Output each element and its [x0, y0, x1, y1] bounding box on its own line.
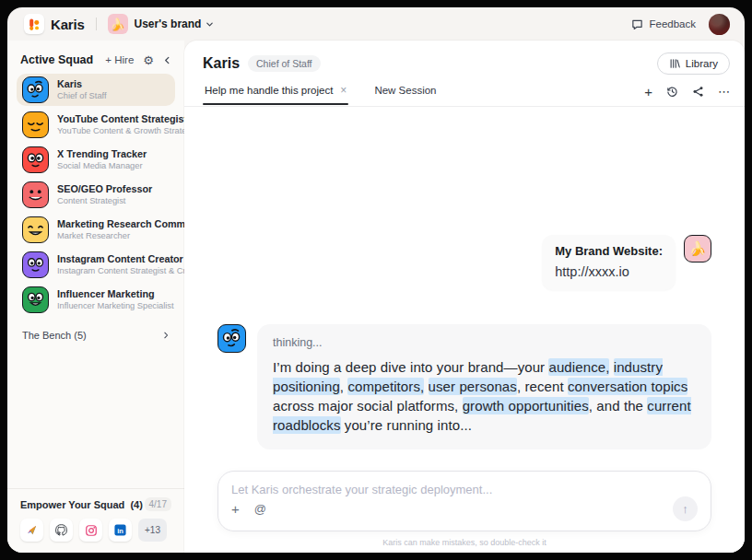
squad-item-role: Instagram Content Strategist & Creator — [57, 265, 170, 276]
github-icon[interactable] — [50, 519, 73, 542]
squad-list: Karis Chief of Staff YouTube Content Str… — [7, 74, 184, 319]
user-brand-avatar-icon: 🍌 — [684, 235, 711, 262]
brand-emoji-icon: 🍌 — [108, 14, 128, 34]
chevron-down-icon[interactable] — [206, 20, 214, 29]
assistant-message-bubble: thinking... I’m doing a deep dive into y… — [257, 324, 711, 449]
sidebar-title: Active Squad — [20, 53, 105, 66]
linkedin-icon[interactable]: in — [109, 519, 132, 542]
progress-counter: 4/17 — [145, 497, 171, 511]
instagram-creator-avatar-icon — [22, 251, 49, 278]
library-icon — [669, 58, 680, 69]
history-icon[interactable] — [666, 86, 678, 98]
squad-item-youtube-strategist[interactable]: YouTube Content Strategist YouTube Conte… — [17, 109, 175, 141]
send-button[interactable]: ↑ — [673, 496, 698, 521]
more-integrations-badge[interactable]: +13 — [138, 519, 167, 542]
youtube-strategist-avatar-icon — [22, 111, 49, 138]
squad-item-name: Influencer Marketing — [57, 288, 170, 300]
attach-icon[interactable]: + — [231, 502, 240, 516]
influencer-marketing-avatar-icon — [22, 286, 49, 313]
sidebar-footer: Empower Your Squad (4) 4/17 in — [7, 488, 184, 553]
tab-label: New Session — [374, 85, 436, 96]
squad-item-name: Karis — [57, 78, 107, 90]
squad-item-seo-professor[interactable]: SEO/GEO Professor Content Strategist — [17, 179, 175, 211]
research-commissioner-avatar-icon — [22, 216, 49, 243]
feedback-button[interactable]: Feedback — [631, 18, 696, 30]
squad-item-karis[interactable]: Karis Chief of Staff — [17, 74, 175, 106]
arrow-up-icon: ↑ — [682, 502, 688, 516]
sidebar: Active Squad + Hire ⚙ Karis Chief of Sta… — [7, 41, 184, 553]
instagram-icon[interactable] — [79, 519, 102, 542]
main-panel: Karis Chief of Staff Library Help me han… — [184, 41, 745, 553]
library-label: Library — [686, 58, 718, 69]
brand-logo-icon[interactable] — [20, 519, 43, 542]
tab-help-me-handle-this-project[interactable]: Help me handle this project × — [203, 84, 348, 104]
squad-item-role: Influencer Marketing Specialist — [57, 300, 170, 311]
user-message-bubble: My Brand Website: http://xxxx.io — [542, 235, 676, 290]
karis-message-avatar-icon — [217, 324, 246, 353]
app-title: Karis — [51, 17, 85, 32]
sidebar-header: Active Squad + Hire ⚙ — [7, 50, 184, 74]
user-profile-avatar[interactable] — [709, 14, 730, 35]
share-icon[interactable] — [692, 86, 704, 98]
squad-item-role: YouTube Content & Growth Strategist — [57, 125, 170, 136]
squad-item-role: Chief of Staff — [57, 90, 107, 101]
user-message-title: My Brand Website: — [555, 244, 663, 258]
squad-item-role: Social Media Manager — [57, 160, 147, 171]
squad-item-x-tracker[interactable]: X Trending Tracker Social Media Manager — [17, 144, 175, 176]
squad-item-name: SEO/GEO Professor — [57, 183, 152, 195]
squad-item-influencer-marketing[interactable]: Influencer Marketing Influencer Marketin… — [17, 284, 175, 316]
assistant-message-text: I’m doing a deep dive into your brand—yo… — [273, 357, 696, 435]
tab-label: Help me handle this project — [205, 85, 333, 96]
svg-text:in: in — [117, 527, 123, 535]
integration-icons-row: in +13 — [20, 519, 171, 542]
speech-bubble-icon — [631, 18, 643, 30]
squad-item-name: X Trending Tracker — [57, 148, 147, 160]
thinking-status: thinking... — [273, 336, 696, 349]
squad-item-role: Market Researcher — [57, 230, 170, 241]
empower-count: (4) — [130, 499, 142, 510]
bench-toggle[interactable]: The Bench (5) — [7, 319, 184, 352]
top-bar: Karis 🍌 User's brand Feedback — [7, 7, 745, 41]
main-header: Karis Chief of Staff Library — [184, 41, 745, 82]
hire-button[interactable]: + Hire — [105, 54, 134, 65]
feedback-label: Feedback — [649, 18, 696, 29]
agent-title: Karis — [203, 55, 240, 72]
composer-area: + @ ↑ Karis can make mistakes, so double… — [184, 471, 745, 553]
chat-area: My Brand Website: http://xxxx.io 🍌 think… — [184, 107, 745, 471]
user-message-url: http://xxxx.io — [555, 264, 663, 279]
squad-item-name: YouTube Content Strategist — [57, 113, 170, 125]
karis-logo-icon — [24, 14, 44, 34]
seo-professor-avatar-icon — [22, 181, 49, 208]
bench-label: The Bench (5) — [22, 330, 87, 341]
squad-item-name: Instagram Content Creator — [57, 253, 170, 265]
squad-item-name: Marketing Research Commissioner — [57, 218, 170, 230]
close-tab-icon[interactable]: × — [340, 84, 347, 97]
agent-role-badge: Chief of Staff — [248, 55, 321, 72]
squad-item-research-commissioner[interactable]: Marketing Research Commissioner Market R… — [17, 214, 175, 246]
x-tracker-avatar-icon — [22, 146, 49, 173]
app-window: Karis 🍌 User's brand Feedback Active Squ… — [7, 7, 745, 553]
session-tabbar: Help me handle this project × New Sessio… — [184, 82, 745, 107]
mention-icon[interactable]: @ — [254, 503, 266, 515]
empower-title: Empower Your Squad — [20, 499, 124, 510]
assistant-message: thinking... I’m doing a deep dive into y… — [217, 324, 711, 449]
collapse-sidebar-icon[interactable] — [163, 55, 171, 65]
library-button[interactable]: Library — [657, 52, 730, 75]
karis-avatar-icon — [22, 76, 49, 103]
more-options-icon[interactable]: ⋯ — [718, 86, 730, 98]
divider — [96, 18, 97, 30]
tab-actions: + ⋯ — [644, 85, 730, 104]
gear-icon[interactable]: ⚙ — [143, 54, 154, 66]
squad-item-instagram-creator[interactable]: Instagram Content Creator Instagram Cont… — [17, 249, 175, 281]
squad-item-role: Content Strategist — [57, 195, 152, 206]
spacer — [7, 352, 184, 488]
composer[interactable]: + @ ↑ — [217, 471, 711, 531]
chevron-right-icon — [162, 331, 170, 340]
user-message: My Brand Website: http://xxxx.io 🍌 — [542, 235, 711, 290]
new-tab-icon[interactable]: + — [644, 85, 652, 99]
message-input[interactable] — [231, 483, 698, 496]
disclaimer-text: Karis can make mistakes, so double-check… — [184, 531, 745, 549]
brand-switcher[interactable]: User's brand — [135, 18, 202, 30]
tab-new-session[interactable]: New Session — [372, 85, 438, 103]
